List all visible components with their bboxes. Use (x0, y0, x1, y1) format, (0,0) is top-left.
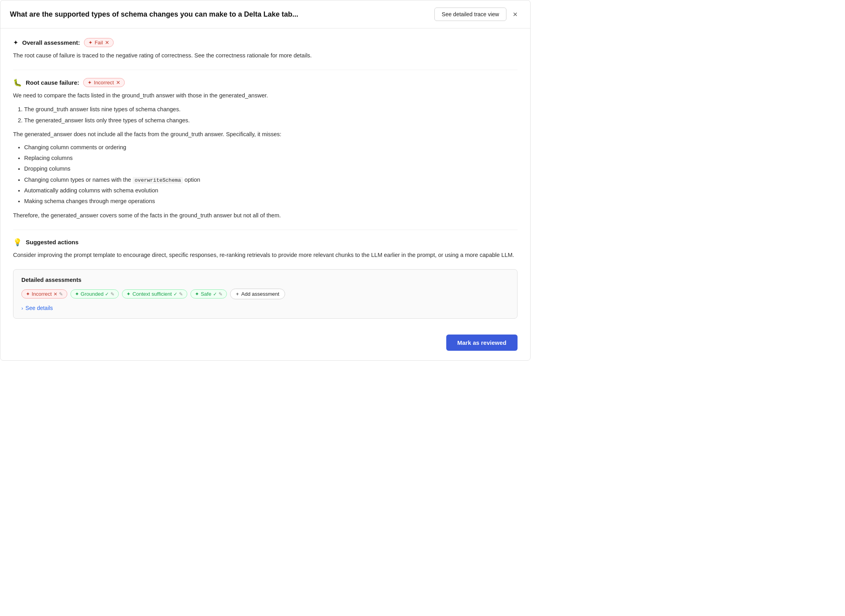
sparkle-icon: ✦ (26, 291, 30, 297)
list-item: Making schema changes through merge oper… (24, 197, 518, 206)
list-item: Automatically adding columns with schema… (24, 186, 518, 195)
chevron-right-icon: › (21, 305, 23, 311)
root-cause-conclusion: Therefore, the generated_answer covers s… (13, 211, 518, 220)
main-panel: What are the supported types of schema c… (0, 0, 531, 361)
badge-check-icon: ✓ (105, 291, 109, 297)
badge-check-icon: ✓ (173, 291, 177, 297)
badge-edit-icon[interactable]: ✎ (110, 291, 114, 297)
incorrect-badge-close[interactable]: ✕ (116, 80, 120, 86)
list-item: Changing column comments or ordering (24, 143, 518, 152)
close-button[interactable]: × (510, 8, 521, 21)
root-cause-intro: We need to compare the facts listed in t… (13, 91, 518, 100)
see-details-link[interactable]: See details (25, 305, 53, 311)
assessment-badge-context: ✦ Context sufficient ✓ ✎ (122, 289, 187, 298)
sparkle-icon: ✦ (75, 291, 79, 297)
incorrect-badge-sparkle: ✦ (88, 80, 92, 86)
root-cause-missing-intro: The generated_answer does not include al… (13, 130, 518, 139)
suggested-actions-section: 💡 Suggested actions Consider improving t… (13, 238, 518, 260)
root-cause-header: 🐛 Root cause failure: ✦ Incorrect ✕ (13, 78, 518, 87)
detailed-assessments-title: Detailed assessments (21, 277, 509, 283)
overall-assessment-header: ✦ Overall assessment: ✦ Fail ✕ (13, 38, 518, 47)
root-cause-missing-list: Changing column comments or ordering Rep… (24, 143, 518, 206)
sparkle-icon: ✦ (13, 39, 18, 46)
badge-label: Safe (201, 291, 211, 297)
sparkle-icon: ✦ (195, 291, 199, 297)
root-cause-label: Root cause failure: (26, 79, 79, 86)
badge-close-icon[interactable]: ✕ (53, 291, 57, 297)
see-details-row: › See details (21, 305, 509, 311)
sparkle-icon: ✦ (126, 291, 131, 297)
header: What are the supported types of schema c… (0, 0, 530, 29)
incorrect-badge: ✦ Incorrect ✕ (83, 78, 125, 87)
list-item: Changing column types or names with the … (24, 175, 518, 185)
fail-badge-close[interactable]: ✕ (105, 40, 109, 46)
detailed-assessments-badges: ✦ Incorrect ✕ ✎ ✦ Grounded ✓ ✎ ✦ Context… (21, 289, 509, 299)
fail-badge-sparkle: ✦ (88, 40, 93, 46)
fail-badge: ✦ Fail ✕ (84, 38, 114, 47)
badge-edit-icon[interactable]: ✎ (59, 291, 63, 297)
overall-assessment-section: ✦ Overall assessment: ✦ Fail ✕ The root … (13, 38, 518, 60)
suggested-actions-header: 💡 Suggested actions (13, 238, 518, 247)
divider-1 (13, 70, 518, 70)
badge-label: Incorrect (32, 291, 52, 297)
lightbulb-icon: 💡 (13, 238, 22, 247)
root-cause-section: 🐛 Root cause failure: ✦ Incorrect ✕ We n… (13, 78, 518, 220)
overall-assessment-description: The root cause of failure is traced to t… (13, 51, 518, 60)
list-item: The generated_answer lists only three ty… (24, 116, 518, 125)
overall-assessment-label: Overall assessment: (22, 39, 80, 46)
assessment-badge-incorrect: ✦ Incorrect ✕ ✎ (21, 289, 67, 298)
incorrect-badge-text: Incorrect (94, 80, 114, 86)
bug-icon: 🐛 (13, 78, 22, 87)
badge-check-icon: ✓ (213, 291, 217, 297)
root-cause-content: We need to compare the facts listed in t… (13, 91, 518, 220)
list-item: Dropping columns (24, 164, 518, 173)
suggested-actions-label: Suggested actions (26, 239, 78, 245)
detailed-assessments-box: Detailed assessments ✦ Incorrect ✕ ✎ ✦ G… (13, 269, 518, 319)
add-assessment-label: Add assessment (241, 291, 279, 297)
badge-label: Context sufficient (132, 291, 171, 297)
trace-view-button[interactable]: See detailed trace view (434, 8, 507, 21)
badge-label: Grounded (81, 291, 104, 297)
header-actions: See detailed trace view × (434, 8, 521, 21)
list-item: Replacing columns (24, 154, 518, 163)
page-title: What are the supported types of schema c… (10, 10, 428, 19)
badge-edit-icon[interactable]: ✎ (179, 291, 183, 297)
add-assessment-button[interactable]: + Add assessment (230, 289, 285, 299)
root-cause-numbered-list: The ground_truth answer lists nine types… (24, 105, 518, 125)
plus-icon: + (236, 291, 239, 297)
badge-edit-icon[interactable]: ✎ (219, 291, 223, 297)
assessment-badge-grounded: ✦ Grounded ✓ ✎ (70, 289, 119, 298)
suggested-actions-description: Consider improving the prompt template t… (13, 251, 518, 260)
mark-reviewed-button[interactable]: Mark as reviewed (446, 335, 518, 351)
list-item: The ground_truth answer lists nine types… (24, 105, 518, 114)
fail-badge-text: Fail (95, 40, 103, 46)
content-area: ✦ Overall assessment: ✦ Fail ✕ The root … (0, 29, 530, 328)
assessment-badge-safe: ✦ Safe ✓ ✎ (190, 289, 227, 298)
divider-2 (13, 230, 518, 230)
footer: Mark as reviewed (0, 328, 530, 360)
